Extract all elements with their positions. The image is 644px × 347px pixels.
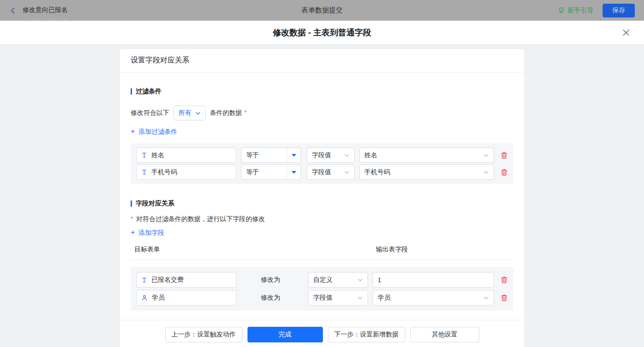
close-icon <box>622 31 630 38</box>
mapping-valuetype-select[interactable]: 自定义 <box>308 272 368 288</box>
mapping-value-select[interactable]: 学员 <box>373 290 494 306</box>
add-filter-condition-link[interactable]: + 添加过滤条件 <box>131 128 177 136</box>
plus-icon: + <box>131 128 135 135</box>
card-footer: 上一步：设置触发动作 完成 下一步：设置新增数据 其他设置 <box>120 320 524 347</box>
match-mode-select[interactable]: 所有 <box>173 106 206 120</box>
mapping-field-input[interactable]: 学员 <box>136 290 236 306</box>
chevron-down-icon <box>196 111 201 116</box>
mapping-value: 学员 <box>378 294 391 302</box>
filter-valuetype-value: 字段值 <box>312 168 331 176</box>
chevron-down-icon <box>344 170 350 175</box>
delete-row-button[interactable] <box>500 169 508 176</box>
filter-operator-value: 等于 <box>242 148 287 162</box>
required-asterisk: * <box>131 215 133 222</box>
filter-field-value: 手机号码 <box>151 168 177 176</box>
filter-value-select[interactable]: 姓名 <box>359 148 494 163</box>
delete-row-button[interactable] <box>500 294 508 301</box>
operator-dropdown-button[interactable] <box>287 148 300 162</box>
match-suffix-label: 条件的数据 <box>210 109 242 117</box>
mapping-description: 对符合过滤条件的数据，进行以下字段的修改 <box>136 215 265 223</box>
match-condition-row: 修改符合以下 所有 条件的数据 * <box>131 106 513 120</box>
plus-icon: + <box>131 229 135 236</box>
mapping-description-row: * 对符合过滤条件的数据，进行以下字段的修改 <box>131 215 513 223</box>
filter-field-input[interactable]: 姓名 <box>136 148 236 163</box>
done-button[interactable]: 完成 <box>247 327 323 342</box>
modify-to-label: 修改为 <box>261 294 308 302</box>
back-button[interactable] <box>9 7 17 14</box>
filter-section-title: 过滤条件 <box>131 87 513 96</box>
mapping-field-input[interactable]: 已报名交费 <box>136 272 236 288</box>
trash-icon <box>500 171 508 177</box>
text-field-icon <box>141 277 147 283</box>
chevron-down-icon <box>357 295 363 301</box>
chevron-down-icon <box>483 153 489 158</box>
mapping-field-value: 学员 <box>152 294 165 302</box>
mapping-valuetype-value: 自定义 <box>313 276 333 284</box>
chevron-left-icon <box>9 7 17 14</box>
filter-operator-value: 等于 <box>242 165 287 179</box>
filter-value: 姓名 <box>364 151 377 159</box>
filter-field-value: 姓名 <box>151 151 164 159</box>
add-field-link[interactable]: + 添加字段 <box>131 229 164 237</box>
workflow-title[interactable]: 修改意向已报名 <box>23 6 68 19</box>
mapping-custom-value-input[interactable] <box>373 272 494 288</box>
card-content: 过滤条件 修改符合以下 所有 条件的数据 * + 添加过滤条件 <box>120 87 524 311</box>
filter-row: 手机号码 等于 字段值 手机号码 <box>136 165 508 180</box>
match-prefix-label: 修改符合以下 <box>131 109 169 117</box>
chevron-down-icon <box>344 153 350 158</box>
triangle-down-icon <box>292 154 296 157</box>
add-filter-condition-label: 添加过滤条件 <box>138 128 177 136</box>
beginner-guide-link[interactable]: 新手引导 <box>558 6 593 15</box>
mapping-valuetype-select[interactable]: 字段值 <box>308 290 368 306</box>
beginner-guide-label: 新手引导 <box>568 6 593 15</box>
modal-header: 修改数据 - 主表到普通字段 <box>0 21 644 45</box>
filter-rows-panel: 姓名 等于 字段值 姓名 <box>131 143 513 184</box>
page-title: 表单数据提交 <box>301 6 343 15</box>
filter-value: 手机号码 <box>364 168 390 176</box>
chevron-down-icon <box>357 277 363 283</box>
field-mapping-card: 设置字段对应关系 过滤条件 修改符合以下 所有 条件的数据 * + <box>119 48 525 347</box>
filter-field-input[interactable]: 手机号码 <box>136 165 236 180</box>
required-asterisk: * <box>244 109 247 116</box>
topbar-actions: 新手引导 保存 <box>558 4 635 17</box>
delete-row-button[interactable] <box>500 276 508 284</box>
chevron-down-icon <box>483 170 489 175</box>
filter-section-label: 过滤条件 <box>136 87 161 96</box>
card-header: 设置字段对应关系 <box>120 49 524 73</box>
mapping-rows-panel: 已报名交费 修改为 自定义 <box>131 267 513 311</box>
member-field-icon <box>141 295 148 301</box>
column-target-form: 目标表单 <box>134 245 160 254</box>
prev-step-button[interactable]: 上一步：设置触发动作 <box>165 327 242 342</box>
mapping-row: 学员 修改为 字段值 学员 <box>136 290 508 306</box>
save-button[interactable]: 保存 <box>603 4 635 17</box>
filter-operator-select[interactable]: 等于 <box>241 165 301 180</box>
text-field-icon <box>141 169 147 175</box>
mapping-valuetype-value: 字段值 <box>313 294 333 302</box>
filter-valuetype-value: 字段值 <box>312 151 331 159</box>
filter-row: 姓名 等于 字段值 姓名 <box>136 148 508 163</box>
modify-data-modal: 修改数据 - 主表到普通字段 设置字段对应关系 过滤条件 修改符合以下 所有 <box>0 21 644 347</box>
other-settings-button[interactable]: 其他设置 <box>410 327 479 342</box>
filter-valuetype-select[interactable]: 字段值 <box>307 148 355 163</box>
mapping-columns-header: 目标表单 输出表字段 <box>131 245 513 260</box>
close-button[interactable] <box>620 27 632 39</box>
filter-operator-select[interactable]: 等于 <box>241 148 301 163</box>
next-step-button[interactable]: 下一步：设置新增数据 <box>328 327 405 342</box>
filter-valuetype-select[interactable]: 字段值 <box>307 165 355 180</box>
mapping-field-value: 已报名交费 <box>151 276 184 284</box>
section-accent-bar <box>131 88 132 95</box>
modal-title: 修改数据 - 主表到普通字段 <box>273 27 371 38</box>
top-bar: 修改意向已报名 表单数据提交 新手引导 保存 <box>0 0 644 21</box>
modify-to-label: 修改为 <box>261 276 308 284</box>
delete-row-button[interactable] <box>500 152 508 159</box>
operator-dropdown-button[interactable] <box>287 165 300 179</box>
chevron-down-icon <box>483 295 489 301</box>
section-accent-bar <box>131 200 132 207</box>
text-field-icon <box>141 152 147 158</box>
match-mode-value: 所有 <box>178 109 191 117</box>
mapping-row: 已报名交费 修改为 自定义 <box>136 272 508 288</box>
filter-value-select[interactable]: 手机号码 <box>359 165 494 180</box>
trash-icon <box>500 154 508 160</box>
trash-icon <box>500 278 508 285</box>
lightbulb-icon <box>558 7 565 14</box>
